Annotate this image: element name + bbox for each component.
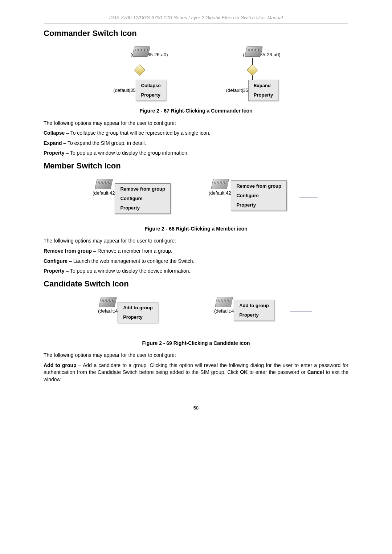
menu-item-property[interactable]: Property (249, 90, 278, 100)
menu-item-property[interactable]: Property (231, 200, 286, 210)
switch-icon (99, 297, 117, 307)
menu-item-add[interactable]: Add to group (118, 303, 158, 313)
figure-caption-69: Figure 2 - 69 Right-Clicking a Candidate… (44, 340, 348, 347)
menu-item-remove[interactable]: Remove from group (115, 184, 170, 194)
paragraph: Configure – Launch the web management to… (44, 258, 348, 265)
topology-line (299, 197, 318, 197)
paragraph: Add to group – Add a candidate to a grou… (44, 362, 348, 383)
paragraph: The following options may appear for the… (44, 237, 348, 245)
text: to enter the password or (248, 369, 307, 375)
menu-item-expand[interactable]: Expand (249, 81, 278, 90)
switch-icon (245, 46, 263, 57)
paragraph: Expand – To expand the SIM group, in det… (44, 140, 348, 147)
context-menu-member[interactable]: Remove from group Configure Property (115, 183, 171, 214)
bold-term: Add to group (44, 362, 77, 368)
menu-item-property[interactable]: Property (136, 90, 166, 100)
section-heading-commander: Commander Switch Icon (44, 28, 348, 39)
paragraph: Property – To pop up a window to display… (44, 268, 348, 275)
menu-item-collapse[interactable]: Collapse (136, 81, 166, 90)
figure-caption-68: Figure 2 - 68 Right-Clicking a Member ic… (44, 225, 348, 233)
paragraph: Collapse – To collapse the group that wi… (44, 130, 348, 137)
switch-icon (132, 46, 150, 57)
text: – Launch the web management to configure… (68, 258, 194, 264)
menu-item-property[interactable]: Property (118, 313, 158, 322)
context-menu-expand[interactable]: Expand Property (248, 80, 278, 101)
member-figure-left: (default:42 Remove from group Configure … (74, 179, 183, 223)
context-menu-candidate[interactable]: Add to group Property (234, 300, 274, 321)
menu-item-property[interactable]: Property (115, 203, 170, 213)
paragraph: The following options may appear for the… (44, 120, 348, 127)
icon-label: (default|35 (113, 87, 135, 94)
icon-label: (default:42 (209, 190, 231, 196)
menu-item-property[interactable]: Property (234, 310, 274, 320)
switch-icon (211, 179, 229, 189)
text: – Remove a member from a group. (92, 248, 172, 254)
text: – To collapse the group that will be rep… (65, 130, 210, 136)
bold-term: Remove from group (44, 248, 92, 254)
diamond-icon (134, 64, 145, 76)
context-menu-member[interactable]: Remove from group Configure Property (231, 180, 287, 211)
section-heading-member: Member Switch Icon (44, 160, 348, 172)
member-figure-right: (default:42 Remove from group Configure … (194, 179, 318, 223)
menu-item-configure[interactable]: Configure (115, 194, 170, 203)
bold-term: Property (44, 150, 65, 156)
context-menu-candidate[interactable]: Add to group Property (118, 302, 158, 323)
text: – To pop up a window to display the devi… (65, 268, 191, 274)
section-heading-candidate: Candidate Switch Icon (44, 278, 348, 290)
figure-commander-pair: (default|35-26-a0) (default|35 Collapse … (44, 46, 348, 105)
figure-candidate-pair: (default:4 Add to group Property (defaul… (44, 297, 348, 337)
switch-icon (95, 179, 113, 189)
connection-line (140, 101, 140, 108)
switch-icon (215, 297, 233, 307)
bold-term: OK (240, 369, 248, 375)
commander-figure-left: (default|35-26-a0) (default|35 Collapse … (98, 46, 181, 105)
bold-term: Configure (44, 258, 68, 264)
page-number: 58 (44, 405, 348, 411)
candidate-figure-right: (default:4 Add to group Property (196, 297, 312, 337)
text: – To expand the SIM group, in detail. (62, 140, 146, 146)
figure-caption-67: Figure 2 - 67 Right-Clicking a Commander… (44, 107, 348, 115)
menu-item-remove[interactable]: Remove from group (231, 182, 286, 191)
candidate-figure-left: (default:4 Add to group Property (80, 297, 174, 333)
figure-member-pair: (default:42 Remove from group Configure … (44, 179, 348, 223)
icon-label: (default|35 (226, 87, 248, 94)
bold-term: Expand (44, 140, 62, 146)
diamond-icon (246, 64, 258, 76)
document-header: DGS-3700-12/DGS-3700-12G Series Layer 2 … (44, 15, 348, 24)
bold-term: Cancel (307, 369, 324, 375)
text: – To pop up a window to display the grou… (65, 150, 189, 156)
icon-label: (default:42 (93, 190, 115, 196)
commander-figure-right: (default|35-26-a0) (default|35 Expand Pr… (211, 46, 294, 105)
menu-item-add[interactable]: Add to group (234, 301, 274, 310)
paragraph: Remove from group – Remove a member from… (44, 248, 348, 255)
paragraph: The following options may appear for the… (44, 352, 348, 359)
topology-line (290, 311, 312, 312)
menu-item-configure[interactable]: Configure (231, 191, 286, 200)
paragraph: Property – To pop up a window to display… (44, 150, 348, 157)
bold-term: Property (44, 268, 65, 274)
bold-term: Collapse (44, 130, 65, 136)
icon-label: (default:4 (98, 308, 118, 314)
context-menu-collapse[interactable]: Collapse Property (136, 80, 166, 101)
icon-label: (default:4 (214, 308, 234, 314)
